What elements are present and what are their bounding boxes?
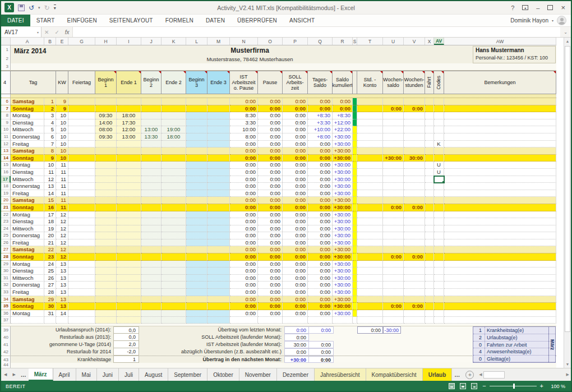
header-stdkonto[interactable]: Std. - Konto: [357, 71, 383, 94]
cell-day-number[interactable]: 8: [44, 147, 56, 155]
cell-soll[interactable]: 0:00: [283, 105, 308, 113]
cell-pause[interactable]: 0:00: [258, 183, 283, 190]
cell-stdkonto[interactable]: [357, 268, 383, 275]
cell-feiertag[interactable]: [68, 147, 95, 155]
cell-fahrt[interactable]: [425, 275, 434, 282]
cell-saldo-kumuliert[interactable]: +30:00: [333, 253, 353, 261]
header-pause[interactable]: Pause: [258, 71, 283, 94]
column-header-V[interactable]: V: [404, 38, 425, 45]
cell-saldo-kumuliert[interactable]: +12:00: [333, 119, 353, 127]
cell-time[interactable]: [207, 112, 230, 119]
cell-feiertag[interactable]: [68, 296, 95, 303]
cell-soll[interactable]: 0:00: [283, 98, 308, 105]
cell-wochensaldo[interactable]: [383, 141, 404, 148]
cell-time[interactable]: [162, 141, 186, 148]
cell-time[interactable]: [186, 112, 207, 119]
cell-fahrt[interactable]: [425, 98, 434, 105]
cell-codes[interactable]: [434, 190, 444, 197]
cell-day-number[interactable]: 23: [44, 253, 56, 261]
cell-feiertag[interactable]: [68, 155, 95, 162]
cell-time[interactable]: [186, 190, 207, 197]
cell-time[interactable]: [141, 204, 162, 211]
row-header-8[interactable]: 8: [1, 112, 11, 119]
summary-left-value[interactable]: 1: [113, 356, 139, 363]
cell[interactable]: [11, 317, 44, 324]
cell-feiertag[interactable]: [68, 98, 95, 105]
row-header-14[interactable]: 14: [1, 155, 11, 162]
cell-time[interactable]: [186, 275, 207, 282]
cell-tagessaldo[interactable]: 0:00: [308, 268, 333, 275]
cell-day-number[interactable]: 9: [44, 155, 56, 162]
cell-ist[interactable]: 3:30: [230, 119, 258, 127]
cell-time[interactable]: [117, 98, 141, 105]
row-header-5[interactable]: [1, 94, 11, 98]
column-header-AW[interactable]: AW: [444, 38, 556, 45]
cell-time[interactable]: [95, 232, 117, 239]
cell-kw[interactable]: 12: [56, 225, 68, 233]
cell-saldo-kumuliert[interactable]: +30:00: [333, 303, 353, 310]
cell-time[interactable]: [117, 239, 141, 247]
cell-tagessaldo[interactable]: 0:00: [308, 253, 333, 261]
cell-stdkonto[interactable]: [357, 176, 383, 183]
cell-codes[interactable]: [434, 204, 444, 211]
cell-time[interactable]: [95, 310, 117, 317]
cell-soll[interactable]: 0:00: [283, 303, 308, 310]
cell-time[interactable]: [186, 310, 207, 317]
cell-feiertag[interactable]: [68, 133, 95, 141]
cell-codes[interactable]: [434, 105, 444, 113]
cell-stdkonto[interactable]: [357, 246, 383, 253]
cell-time[interactable]: [141, 303, 162, 310]
cell-time[interactable]: [95, 190, 117, 197]
cell-time[interactable]: [95, 197, 117, 204]
cell-codes[interactable]: [434, 261, 444, 268]
cell-wochensaldo[interactable]: [383, 119, 404, 127]
cell-kw[interactable]: 13: [56, 268, 68, 275]
cell-time[interactable]: [186, 303, 207, 310]
header-kw[interactable]: KW: [56, 71, 68, 94]
cell-day-name[interactable]: Freitag: [11, 141, 44, 148]
cell-time[interactable]: [207, 169, 230, 176]
column-header-A[interactable]: A: [11, 38, 44, 45]
cell-time[interactable]: [207, 303, 230, 310]
cell-time[interactable]: [141, 190, 162, 197]
row-header-11[interactable]: 11: [1, 133, 11, 141]
cell-time[interactable]: [95, 268, 117, 275]
cell-time[interactable]: [141, 225, 162, 233]
column-header-E[interactable]: E: [56, 38, 68, 45]
cell-wochenstunden[interactable]: [404, 225, 425, 233]
header-wochenstunden[interactable]: Wochen- stunden: [404, 71, 425, 94]
cell-ist[interactable]: 0:00: [230, 253, 258, 261]
cell-day-name[interactable]: Donnerstag: [11, 282, 44, 289]
cell-time[interactable]: [162, 225, 186, 233]
cell-time[interactable]: [186, 133, 207, 141]
cell-stdkonto[interactable]: [357, 303, 383, 310]
cell-time[interactable]: 13:30: [141, 133, 162, 141]
cell-fahrt[interactable]: [425, 303, 434, 310]
row-header-25[interactable]: 25: [1, 232, 11, 239]
cell-time[interactable]: [162, 268, 186, 275]
cell-day-number[interactable]: 20: [44, 232, 56, 239]
hscroll-thumb[interactable]: [483, 371, 505, 379]
cell-time[interactable]: [162, 232, 186, 239]
cell-time[interactable]: [141, 246, 162, 253]
cell-time[interactable]: [186, 119, 207, 127]
cell-pause[interactable]: 0:00: [258, 190, 283, 197]
cell-bemerkungen[interactable]: [444, 253, 556, 261]
cell-day-number[interactable]: 11: [44, 169, 56, 176]
cell-wochensaldo[interactable]: [383, 282, 404, 289]
summary-left-value[interactable]: -2,0: [113, 348, 139, 356]
cell-pause[interactable]: 0:00: [258, 141, 283, 148]
cell-feiertag[interactable]: [68, 211, 95, 219]
vertical-scrollbar[interactable]: ▲ ▼: [564, 38, 571, 368]
cell-fahrt[interactable]: [425, 169, 434, 176]
row-header-3[interactable]: 3: [1, 63, 10, 70]
cell[interactable]: [56, 317, 68, 324]
cell-time[interactable]: [95, 303, 117, 310]
cell-day-number[interactable]: 27: [44, 282, 56, 289]
cell-time[interactable]: [117, 147, 141, 155]
header-codes[interactable]: Codes: [434, 71, 444, 94]
cell-time[interactable]: [162, 289, 186, 296]
cell-tagessaldo[interactable]: 0:00: [308, 183, 333, 190]
cell-time[interactable]: 13:00: [141, 126, 162, 133]
cell-stdkonto[interactable]: [357, 147, 383, 155]
